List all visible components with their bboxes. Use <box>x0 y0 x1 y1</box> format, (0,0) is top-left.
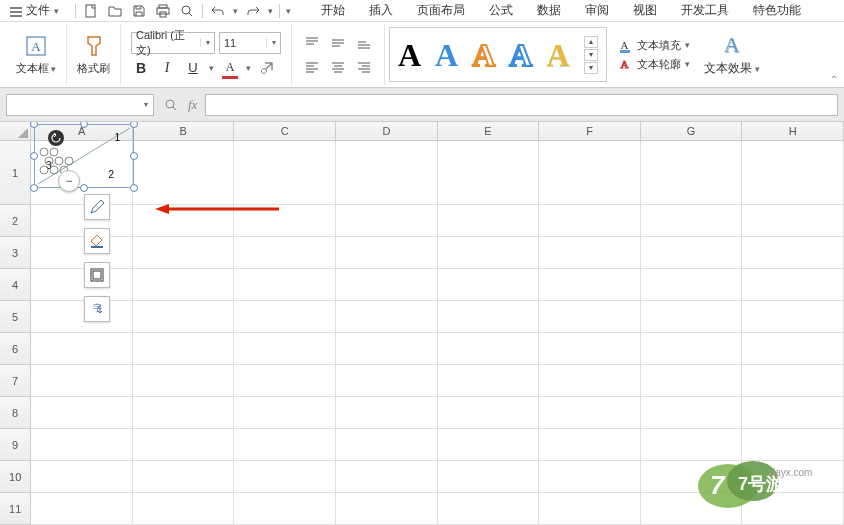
row-header-6[interactable]: 6 <box>0 333 31 365</box>
underline-button[interactable]: U <box>183 58 203 78</box>
cell[interactable] <box>539 365 641 397</box>
cell[interactable] <box>641 269 743 301</box>
cell[interactable] <box>438 461 540 493</box>
row-header-9[interactable]: 9 <box>0 429 31 461</box>
cell[interactable] <box>336 141 438 205</box>
cell[interactable] <box>336 269 438 301</box>
col-header-G[interactable]: G <box>641 122 743 140</box>
cell[interactable] <box>641 397 743 429</box>
italic-button[interactable]: I <box>157 58 177 78</box>
cell[interactable] <box>31 205 133 237</box>
font-name-combo[interactable]: Calibri (正文) ▾ <box>131 32 215 54</box>
cell[interactable] <box>641 141 743 205</box>
shape-outline-button[interactable] <box>84 262 110 288</box>
selected-shape[interactable]: 1 2 3 <box>34 124 134 188</box>
col-header-D[interactable]: D <box>336 122 438 140</box>
font-size-combo[interactable]: 11 ▾ <box>219 32 281 54</box>
cell[interactable] <box>742 141 844 205</box>
formatbrush-button[interactable]: 格式刷 <box>71 29 116 80</box>
cell[interactable] <box>336 365 438 397</box>
cell[interactable] <box>336 429 438 461</box>
cell[interactable] <box>539 237 641 269</box>
tab-pagelayout[interactable]: 页面布局 <box>405 0 477 22</box>
cell[interactable] <box>641 429 743 461</box>
col-header-E[interactable]: E <box>438 122 540 140</box>
cell[interactable] <box>31 493 133 525</box>
col-header-B[interactable]: B <box>133 122 235 140</box>
cell[interactable] <box>133 461 235 493</box>
clear-format-button[interactable] <box>257 58 277 78</box>
cell[interactable] <box>641 237 743 269</box>
cell[interactable] <box>641 333 743 365</box>
cell[interactable] <box>234 205 336 237</box>
qat-customize[interactable]: ▾ <box>286 6 291 16</box>
cell[interactable] <box>31 429 133 461</box>
cell[interactable] <box>234 461 336 493</box>
row-header-11[interactable]: 11 <box>0 493 31 525</box>
cell[interactable] <box>742 461 844 493</box>
cell[interactable] <box>539 461 641 493</box>
textbox-button[interactable]: A 文本框 ▾ <box>10 29 62 80</box>
cell[interactable] <box>742 301 844 333</box>
cell[interactable] <box>234 237 336 269</box>
ribbon-collapse-button[interactable]: ⌃ <box>830 74 838 85</box>
edit-pencil-button[interactable] <box>84 194 110 220</box>
wordart-style-2[interactable]: A <box>435 39 458 71</box>
wordart-style-1[interactable]: A <box>398 39 421 71</box>
cell[interactable] <box>539 205 641 237</box>
cell[interactable] <box>641 493 743 525</box>
cell[interactable] <box>539 493 641 525</box>
cell[interactable] <box>133 205 235 237</box>
resize-handle-e[interactable] <box>130 152 138 160</box>
underline-dropdown[interactable]: ▾ <box>209 63 214 73</box>
formula-input[interactable] <box>205 94 838 116</box>
cell[interactable] <box>742 205 844 237</box>
align-middle-button[interactable] <box>328 33 348 53</box>
cell[interactable] <box>234 493 336 525</box>
cell[interactable] <box>133 429 235 461</box>
cell[interactable] <box>438 397 540 429</box>
save-button[interactable] <box>130 2 148 20</box>
cell[interactable] <box>438 333 540 365</box>
file-menu[interactable]: 文件 ▾ <box>4 0 65 21</box>
wordart-gallery[interactable]: A A A A A ▴ ▾ ▾ <box>389 27 607 82</box>
redo-dropdown[interactable]: ▾ <box>268 6 273 16</box>
col-header-F[interactable]: F <box>539 122 641 140</box>
cell[interactable] <box>133 333 235 365</box>
align-center-button[interactable] <box>328 57 348 77</box>
row-header-2[interactable]: 2 <box>0 205 31 237</box>
row-header-3[interactable]: 3 <box>0 237 31 269</box>
cell[interactable] <box>234 301 336 333</box>
cell[interactable] <box>133 493 235 525</box>
row-header-10[interactable]: 10 <box>0 461 31 493</box>
align-left-button[interactable] <box>302 57 322 77</box>
undo-dropdown[interactable]: ▾ <box>233 6 238 16</box>
cell[interactable] <box>742 493 844 525</box>
col-header-H[interactable]: H <box>742 122 844 140</box>
col-header-C[interactable]: C <box>234 122 336 140</box>
text-effects-button[interactable]: A 文本效果 ▾ <box>696 24 768 85</box>
resize-handle-w[interactable] <box>30 152 38 160</box>
row-header-7[interactable]: 7 <box>0 365 31 397</box>
row-header-4[interactable]: 4 <box>0 269 31 301</box>
open-button[interactable] <box>106 2 124 20</box>
wordart-scroll-up[interactable]: ▴ <box>584 36 598 48</box>
cell[interactable] <box>539 397 641 429</box>
row-header-8[interactable]: 8 <box>0 397 31 429</box>
wordart-style-4[interactable]: A <box>509 39 532 71</box>
new-doc-button[interactable] <box>82 2 100 20</box>
cell[interactable] <box>438 301 540 333</box>
align-top-button[interactable] <box>302 33 322 53</box>
cell[interactable] <box>133 301 235 333</box>
align-bottom-button[interactable] <box>354 33 374 53</box>
redo-button[interactable] <box>244 2 262 20</box>
tab-insert[interactable]: 插入 <box>357 0 405 22</box>
cell[interactable] <box>133 141 235 205</box>
shape-fill-button[interactable] <box>84 228 110 254</box>
cell[interactable] <box>336 237 438 269</box>
cell[interactable] <box>641 205 743 237</box>
print-preview-button[interactable] <box>178 2 196 20</box>
cell[interactable] <box>336 461 438 493</box>
cell[interactable] <box>31 269 133 301</box>
resize-handle-se[interactable] <box>130 184 138 192</box>
